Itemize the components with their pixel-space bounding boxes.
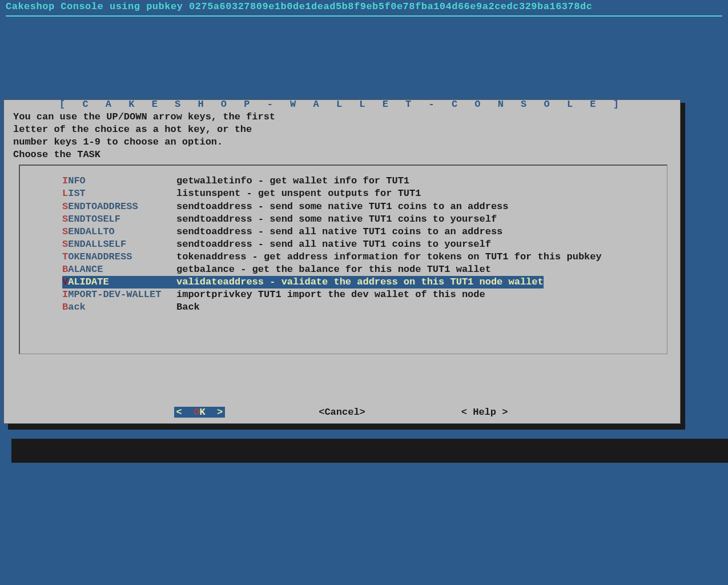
menu-item-sendallself[interactable]: SENDALLSELFsendtoaddress - send all nati… (22, 238, 665, 251)
menu-item-tag: SENDALLSELF (62, 238, 176, 251)
menu-item-rest: ENDALLSELF (68, 239, 126, 250)
menu-item-desc: sendtoaddress - send some native TUT1 co… (176, 201, 509, 213)
menu-item-desc: sendtoaddress - send all native TUT1 coi… (176, 238, 491, 251)
dialog-title: [ C A K E S H O P - W A L L E T - C O N … (4, 99, 680, 110)
menu-item-tag: Back (62, 301, 176, 314)
menu-item-sendtoself[interactable]: SENDTOSELFsendtoaddress - send some nati… (22, 213, 665, 226)
menu-item-tag: VALIDATE (62, 276, 176, 289)
menu-item-sendallto[interactable]: SENDALLTOsendtoaddress - send all native… (22, 226, 665, 238)
menu-item-rest: ALIDATE (68, 277, 108, 287)
menu-item-desc: listunspent - get unspent outputs for TU… (176, 187, 421, 200)
wallet-console-dialog: [ C A K E S H O P - W A L L E T - C O N … (3, 99, 681, 424)
menu-item-rest: IST (68, 188, 86, 199)
shadow-bar (11, 439, 728, 463)
menu-item-rest: OKENADDRESS (68, 251, 132, 262)
menu-item-desc: sendtoaddress - send some native TUT1 co… (176, 213, 497, 226)
prompt-line: You can use the UP/DOWN arrow keys, the … (13, 111, 671, 123)
button-row: < OK > <Cancel> < Help > (4, 407, 680, 418)
ok-button[interactable]: < OK > (174, 407, 226, 418)
menu-item-desc: getbalance - get the balance for this no… (176, 263, 491, 276)
menu-item-hotkey: B (62, 302, 68, 312)
menu-item-validate[interactable]: VALIDATEvalidateaddress - validate the a… (22, 276, 665, 289)
menu-item-tag: BALANCE (62, 263, 176, 276)
menu-item-tag: SENDTOSELF (62, 213, 176, 226)
prompt-line: number keys 1-9 to choose an option. (13, 136, 671, 149)
header-divider (6, 15, 722, 17)
menu-item-desc: importprivkey TUT1 import the dev wallet… (176, 289, 485, 301)
menu-item-hotkey: S (62, 201, 68, 212)
menu-item-tag: TOKENADDRESS (62, 251, 176, 263)
menu-item-tag: INFO (62, 175, 176, 187)
menu-item-tokenaddress[interactable]: TOKENADDRESStokenaddress - get address i… (22, 251, 665, 263)
prompt-line: Choose the TASK (13, 149, 671, 161)
menu-item-rest: ENDTOSELF (68, 214, 120, 225)
menu-item-hotkey: S (62, 239, 68, 250)
menu-item-hotkey: L (62, 188, 68, 199)
dialog-prompt: You can use the UP/DOWN arrow keys, the … (4, 110, 680, 165)
menu-item-rest: ENDTOADDRESS (68, 201, 138, 212)
console-header: Cakeshop Console using pubkey 0275a60327… (0, 0, 728, 13)
menu-item-info[interactable]: INFOgetwalletinfo - get wallet info for … (22, 175, 665, 187)
menu-item-rest: ack (68, 302, 86, 312)
menu-item-rest: ENDALLTO (68, 226, 115, 237)
menu-item-sendtoaddress[interactable]: SENDTOADDRESSsendtoaddress - send some n… (22, 201, 665, 213)
help-button[interactable]: < Help > (459, 407, 510, 418)
menu-item-desc: validateaddress - validate the address o… (176, 276, 544, 289)
menu-item-desc: tokenaddress - get address information f… (176, 251, 602, 263)
menu-item-hotkey: S (62, 214, 68, 225)
menu-item-rest: MPORT-DEV-WALLET (68, 289, 161, 300)
cancel-button[interactable]: <Cancel> (316, 407, 368, 418)
menu-item-hotkey: I (62, 175, 68, 186)
menu-item-hotkey: V (62, 277, 68, 287)
menu-list[interactable]: INFOgetwalletinfo - get wallet info for … (19, 165, 667, 354)
menu-item-desc: sendtoaddress - send all native TUT1 coi… (176, 226, 502, 238)
header-title: Cakeshop Console using pubkey 0275a60327… (6, 1, 592, 12)
menu-item-list[interactable]: LISTlistunspent - get unspent outputs fo… (22, 187, 665, 200)
menu-item-desc: Back (176, 301, 200, 314)
menu-item-desc: getwalletinfo - get wallet info for TUT1 (176, 175, 409, 187)
menu-item-tag: LIST (62, 187, 176, 200)
menu-item-balance[interactable]: BALANCEgetbalance - get the balance for … (22, 263, 665, 276)
menu-item-hotkey: S (62, 226, 68, 237)
menu-item-rest: ALANCE (68, 264, 103, 275)
menu-item-tag: IMPORT-DEV-WALLET (62, 289, 176, 301)
menu-item-hotkey: I (62, 289, 68, 300)
menu-item-tag: SENDALLTO (62, 226, 176, 238)
menu-item-hotkey: B (62, 264, 68, 275)
menu-item-import-dev-wallet[interactable]: IMPORT-DEV-WALLETimportprivkey TUT1 impo… (22, 289, 665, 301)
prompt-line: letter of the choice as a hot key, or th… (13, 123, 671, 136)
menu-item-hotkey: T (62, 251, 68, 262)
menu-item-rest: NFO (68, 175, 86, 186)
menu-item-tag: SENDTOADDRESS (62, 201, 176, 213)
menu-item-back[interactable]: BackBack (22, 301, 665, 314)
